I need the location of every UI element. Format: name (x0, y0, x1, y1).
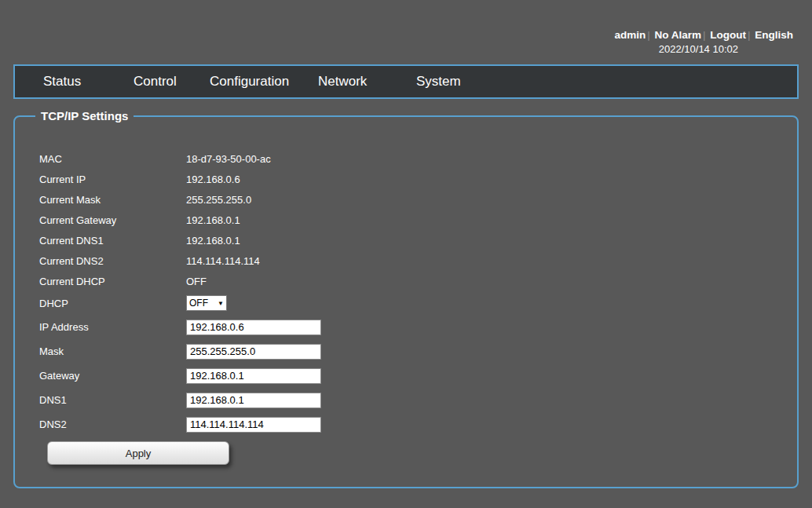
field-label: MAC (39, 153, 186, 165)
field-label: Mask (39, 345, 186, 357)
mask-input[interactable] (186, 344, 321, 360)
header-separator: | (746, 29, 752, 41)
header: admin| No Alarm| Logout| English 2022/10… (0, 0, 812, 56)
field-label: Current DHCP (39, 276, 186, 287)
settings-rows: MAC 18-d7-93-50-00-ac Current IP 192.168… (15, 117, 797, 465)
field-value: 18-d7-93-50-00-ac (186, 153, 271, 165)
field-value: 255.255.255.0 (186, 194, 251, 206)
nav-tab-status[interactable]: Status (43, 74, 81, 90)
gateway-input[interactable] (186, 368, 321, 384)
panel-title: TCP/IP Settings (35, 109, 134, 122)
field-label: Current IP (39, 174, 186, 185)
header-separator: | (646, 29, 652, 41)
dns1-input[interactable] (186, 393, 321, 408)
row-ip-address: IP Address (15, 315, 797, 339)
dns2-input[interactable] (186, 417, 321, 433)
row-dns2: DNS2 (15, 412, 797, 437)
field-value: OFF (186, 276, 207, 287)
field-label: DHCP (39, 298, 186, 309)
row-current-gateway: Current Gateway 192.168.0.1 (15, 210, 797, 230)
field-value: 192.168.0.6 (186, 174, 240, 185)
field-value: 192.168.0.1 (186, 235, 240, 247)
nav-tab-system[interactable]: System (416, 74, 461, 90)
nav-tab-network[interactable]: Network (318, 74, 367, 90)
dhcp-select[interactable]: OFF (186, 295, 227, 311)
username: admin (614, 29, 646, 41)
header-links: admin| No Alarm| Logout| English (0, 28, 793, 42)
row-dhcp-select: DHCP OFF ▼ (15, 291, 797, 315)
field-label: Current Mask (39, 194, 186, 206)
row-current-ip: Current IP 192.168.0.6 (15, 169, 797, 189)
field-value: 114.114.114.114 (186, 255, 260, 267)
field-label: Current DNS1 (39, 235, 186, 247)
field-label: DNS2 (39, 418, 186, 430)
main-navbar: Status Control Configuration Network Sys… (13, 64, 799, 99)
field-value: 192.168.0.1 (186, 214, 240, 226)
alarm-status: No Alarm (654, 29, 701, 41)
language-link[interactable]: English (755, 29, 793, 41)
row-mask: Mask (15, 339, 797, 364)
nav-tab-configuration[interactable]: Configuration (210, 74, 289, 90)
row-current-dhcp: Current DHCP OFF (15, 271, 797, 291)
field-label: Current Gateway (39, 214, 186, 226)
datetime: 2022/10/14 10:02 (0, 42, 793, 56)
row-mac: MAC 18-d7-93-50-00-ac (15, 148, 797, 169)
row-current-dns2: Current DNS2 114.114.114.114 (15, 250, 797, 271)
header-separator: | (701, 29, 708, 41)
field-label: Current DNS2 (39, 255, 186, 267)
row-dns1: DNS1 (15, 388, 797, 412)
ip-address-input[interactable] (186, 320, 321, 335)
row-current-dns1: Current DNS1 192.168.0.1 (15, 230, 797, 250)
row-gateway: Gateway (15, 364, 797, 388)
apply-row: Apply (15, 441, 797, 465)
row-current-mask: Current Mask 255.255.255.0 (15, 189, 797, 210)
field-label: DNS1 (39, 394, 186, 406)
field-label: Gateway (39, 370, 186, 382)
dhcp-select-wrap: OFF ▼ (186, 295, 227, 311)
logout-link[interactable]: Logout (710, 29, 746, 41)
nav-tab-control[interactable]: Control (134, 74, 177, 90)
field-label: IP Address (39, 321, 186, 333)
tcpip-settings-panel: TCP/IP Settings MAC 18-d7-93-50-00-ac Cu… (13, 115, 799, 488)
apply-button[interactable]: Apply (47, 441, 229, 465)
